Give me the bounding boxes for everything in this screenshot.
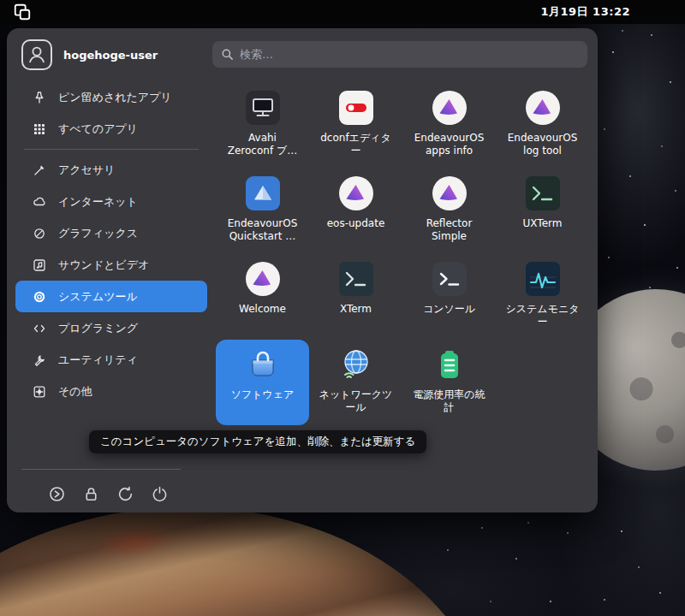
cloud-icon	[33, 195, 46, 209]
top-bar: 1月19日 13:22	[0, 0, 685, 24]
sidebar-item-label: プログラミング	[58, 321, 138, 336]
app-label: Avahi Zeroconf ブ…	[224, 132, 301, 157]
avatar[interactable]	[21, 39, 52, 70]
sidebar-item-label: すべてのアプリ	[58, 121, 138, 137]
sidebar-item-label: その他	[58, 384, 92, 400]
sidebar-item-pinned-apps[interactable]: ピン留めされたアプリ	[15, 81, 207, 113]
search-box	[212, 41, 587, 68]
app-label: Reflector Simple	[411, 217, 488, 243]
app-dconf-editor[interactable]: dconfエディター	[309, 83, 402, 169]
sidebar-item-label: アクセサリ	[58, 163, 116, 178]
user-icon	[24, 42, 50, 68]
grid-icon	[33, 122, 46, 136]
app-software[interactable]: ソフトウェア	[216, 340, 309, 425]
app-network-tools[interactable]: ネットワークツール	[309, 340, 402, 425]
applications-menu-button[interactable]	[9, 2, 36, 22]
terminal-icon	[337, 260, 375, 298]
sidebar-item-other[interactable]: その他	[15, 376, 207, 407]
battery-icon	[431, 346, 468, 383]
app-grid: Avahi Zeroconf ブ… dconfエディター EndeavourOS…	[216, 83, 593, 425]
graphics-icon	[33, 227, 46, 240]
app-label: ソフトウェア	[231, 388, 295, 401]
app-label: EndeavourOS log tool	[504, 132, 581, 157]
app-endeavouros-log-tool[interactable]: EndeavourOS log tool	[496, 83, 589, 169]
category-sidebar: ピン留めされたアプリ すべてのアプリ アクセサリ	[15, 81, 207, 407]
app-console[interactable]: コンソール	[402, 254, 496, 340]
app-label: コンソール	[423, 303, 475, 316]
sidebar-item-label: ピン留めされたアプリ	[58, 90, 172, 105]
endeavouros-logo-icon	[244, 260, 282, 298]
app-system-monitor[interactable]: システムモニター	[496, 254, 589, 340]
app-label: システムモニター	[504, 303, 581, 329]
username-label: hogehoge-user	[63, 49, 158, 62]
music-note-icon	[33, 258, 46, 272]
sidebar-item-programming[interactable]: プログラミング	[15, 312, 207, 344]
gear-icon	[33, 290, 46, 304]
endeavouros-logo-icon	[431, 175, 468, 212]
clock[interactable]: 1月19日 13:22	[540, 0, 630, 24]
sidebar-item-label: サウンドとビデオ	[58, 258, 149, 273]
windows-overlap-icon	[13, 3, 32, 21]
app-uxterm[interactable]: UXTerm	[496, 169, 589, 254]
app-label: Welcome	[239, 303, 286, 316]
logout-button[interactable]	[45, 482, 69, 506]
sidebar-item-utilities[interactable]: ユーティリティ	[15, 344, 207, 376]
misc-box-icon	[33, 385, 46, 399]
app-welcome[interactable]: Welcome	[216, 254, 309, 340]
pin-icon	[33, 91, 46, 104]
power-icon	[151, 485, 169, 503]
terminal-icon	[431, 260, 468, 298]
wrench-icon	[33, 353, 46, 367]
app-endeavouros-quickstart[interactable]: EndeavourOS Quickstart …	[216, 169, 309, 254]
app-label: EndeavourOS apps info	[411, 132, 488, 157]
app-label: EndeavourOS Quickstart …	[224, 217, 301, 243]
terminal-icon	[524, 175, 562, 212]
tooltip: このコンピュータのソフトウェアを追加、削除、または更新する	[89, 430, 426, 453]
app-endeavouros-apps-info[interactable]: EndeavourOS apps info	[402, 83, 496, 169]
sidebar-item-accessories[interactable]: アクセサリ	[15, 154, 207, 186]
shopping-bag-icon	[244, 346, 282, 383]
lock-button[interactable]	[79, 482, 104, 506]
accessories-icon	[33, 163, 46, 177]
power-button[interactable]	[147, 482, 172, 506]
sidebar-separator	[24, 149, 199, 150]
restart-icon	[116, 485, 134, 503]
restart-button[interactable]	[113, 482, 138, 506]
waveform-icon	[524, 260, 562, 298]
app-xterm[interactable]: XTerm	[309, 254, 402, 340]
monitor-icon	[244, 89, 282, 127]
footer-separator	[21, 469, 181, 470]
arrow-right-circle-icon	[48, 485, 66, 503]
lock-icon	[82, 485, 100, 503]
app-reflector-simple[interactable]: Reflector Simple	[402, 169, 496, 254]
sidebar-item-system-tools[interactable]: システムツール	[15, 281, 207, 312]
app-label: ネットワークツール	[318, 388, 395, 414]
sidebar-item-graphics[interactable]: グラフィックス	[15, 217, 207, 249]
sidebar-item-label: グラフィックス	[58, 226, 138, 241]
globe-icon	[337, 346, 375, 383]
endeavouros-logo-icon	[431, 89, 468, 127]
session-controls	[45, 482, 172, 506]
sidebar-item-all-apps[interactable]: すべてのアプリ	[15, 113, 207, 145]
app-label: 電源使用率の統計	[411, 388, 488, 414]
app-eos-update[interactable]: eos-update	[309, 169, 402, 254]
endeavouros-logo-icon	[337, 175, 375, 212]
app-label: UXTerm	[523, 217, 563, 230]
app-label: eos-update	[327, 217, 385, 230]
search-input[interactable]	[212, 41, 587, 68]
code-brackets-icon	[33, 322, 46, 335]
app-avahi[interactable]: Avahi Zeroconf ブ…	[216, 83, 309, 169]
toggle-switch-icon	[337, 89, 375, 127]
quickstart-icon	[244, 175, 282, 212]
sidebar-item-label: ユーティリティ	[58, 352, 138, 368]
app-label: XTerm	[340, 303, 372, 316]
sidebar-item-label: インターネット	[58, 194, 138, 210]
app-label: dconfエディター	[318, 132, 395, 157]
endeavouros-logo-icon	[524, 89, 562, 127]
sidebar-item-sound-video[interactable]: サウンドとビデオ	[15, 249, 207, 281]
sidebar-item-internet[interactable]: インターネット	[15, 186, 207, 217]
sidebar-item-label: システムツール	[58, 289, 138, 305]
app-power-statistics[interactable]: 電源使用率の統計	[402, 340, 496, 425]
